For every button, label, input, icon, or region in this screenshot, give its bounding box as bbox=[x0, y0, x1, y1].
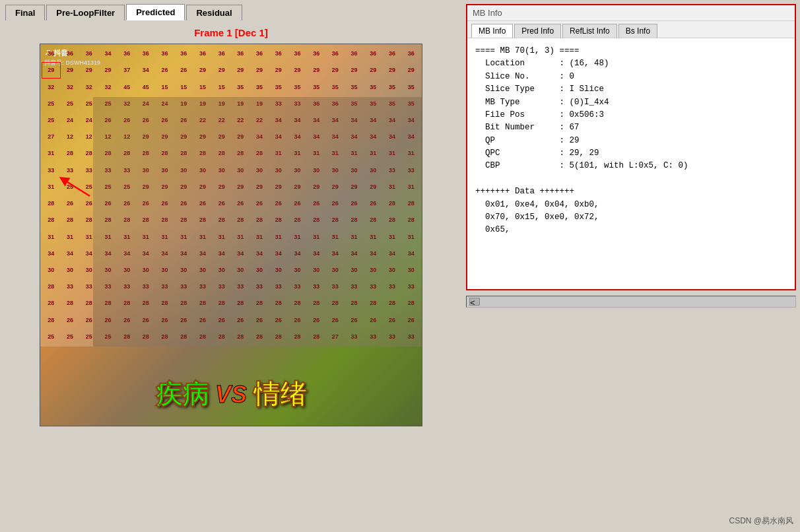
right-lower-area bbox=[466, 308, 796, 528]
tab-final[interactable]: Final bbox=[5, 5, 45, 20]
red-arrow bbox=[50, 173, 96, 199]
scrollbar-thumb[interactable]: < bbox=[469, 298, 480, 306]
mb-tab-bsinfo[interactable]: Bs Info bbox=[618, 24, 657, 38]
tab-bar: Final Pre-LoopFilter Predicted Residual bbox=[0, 0, 462, 20]
mb-tab-mbinfo[interactable]: MB Info bbox=[471, 24, 513, 38]
horizontal-scrollbar[interactable]: < bbox=[466, 296, 796, 308]
mb-info-content: ==== MB 70(1, 3) ==== Location : (16, 48… bbox=[467, 38, 795, 289]
number-grid: 3636363436363636363636363636363636363636… bbox=[40, 44, 422, 347]
mb-info-tab-bar: MB Info Pred Info RefList Info Bs Info bbox=[467, 21, 795, 38]
tab-content: Frame 1 [Dec 1] ♫ 抖音 抖音号: DSWH41319 3636… bbox=[0, 20, 462, 532]
frame-label: Frame 1 [Dec 1] bbox=[194, 27, 268, 38]
vs-text: VS bbox=[215, 381, 247, 409]
tab-predicted[interactable]: Predicted bbox=[126, 4, 185, 20]
mb-info-title: MB Info bbox=[467, 5, 795, 21]
left-panel: Final Pre-LoopFilter Predicted Residual … bbox=[0, 0, 462, 532]
tab-residual[interactable]: Residual bbox=[186, 5, 242, 20]
svg-line-1 bbox=[63, 180, 90, 196]
mb-tab-predinfo[interactable]: Pred Info bbox=[514, 24, 561, 38]
right-panel: MB Info MB Info Pred Info RefList Info B… bbox=[462, 0, 800, 532]
tab-preloopfilter[interactable]: Pre-LoopFilter bbox=[46, 5, 125, 20]
csdn-watermark: CSDN @易水南风 bbox=[729, 515, 793, 527]
mb-tab-reflistinfo[interactable]: RefList Info bbox=[562, 24, 617, 38]
video-background: ♫ 抖音 抖音号: DSWH41319 36363634363636363636… bbox=[40, 44, 422, 426]
chinese-text-overlay: 疾病 VS 情绪 bbox=[40, 376, 422, 413]
mb-info-window: MB Info MB Info Pred Info RefList Info B… bbox=[466, 4, 796, 290]
chinese-right: 情绪 bbox=[253, 376, 306, 413]
chinese-left: 疾病 bbox=[156, 376, 209, 413]
video-frame: ♫ 抖音 抖音号: DSWH41319 36363634363636363636… bbox=[40, 44, 422, 426]
